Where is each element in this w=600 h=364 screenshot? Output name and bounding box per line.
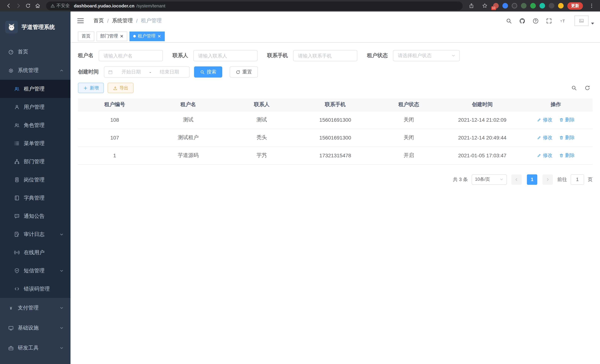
chevron-down-icon [59,306,64,310]
profile-avatar[interactable] [558,3,564,9]
delete-button[interactable]: 删除 [559,152,575,159]
prev-page-button[interactable] [511,174,522,185]
tab-label: 首页 [82,33,91,39]
sidebar-item-dept[interactable]: 部门管理 [0,152,71,171]
sidebar-item-label: 首页 [18,49,28,55]
browser-home-button[interactable] [33,1,42,10]
browser-forward-button[interactable] [13,1,23,10]
mobile-input[interactable] [293,50,357,61]
calendar-icon [108,70,113,75]
page-number-button[interactable]: 1 [527,174,537,185]
extension-icon[interactable]: 10 [493,3,499,9]
search-button[interactable]: 搜索 [194,66,222,78]
delete-button[interactable]: 删除 [559,117,575,123]
sidebar-item-notice[interactable]: 通知公告 [0,207,71,225]
tab-tenant[interactable]: 租户管理 ✕ [130,31,165,41]
back-arrow-icon [6,3,11,9]
export-button[interactable]: 导出 [108,83,134,93]
table-row: 108 测试 测试 15601691300 关闭 2021-12-14 21:0… [78,111,593,129]
bookmark-button[interactable] [480,1,489,10]
tab-home[interactable]: 首页 [78,31,94,41]
system-submenu: 租户管理 用户管理 角色管理 菜单管理 [0,80,71,298]
extension-icon[interactable] [502,3,508,9]
extension-icon[interactable] [530,3,536,9]
breadcrumb-separator: / [107,18,109,24]
browser-back-button[interactable] [4,1,13,10]
next-page-button[interactable] [543,174,553,185]
date-range-picker[interactable]: 开始日期 - 结束日期 [104,66,190,78]
close-icon[interactable]: ✕ [120,34,123,38]
toggle-search-button[interactable] [571,85,577,91]
sidebar-item-payment[interactable]: 支付管理 [0,298,71,318]
help-button[interactable] [533,18,539,24]
question-circle-icon [533,18,539,24]
cell-created: 2021-01-05 17:03:47 [445,147,519,164]
user-menu[interactable] [574,16,594,26]
edit-button[interactable]: 修改 [537,134,553,141]
security-status[interactable]: 不安全 [50,3,70,9]
fullscreen-button[interactable] [546,18,552,24]
rabbit-logo-icon [7,22,16,32]
sidebar-item-devtools[interactable]: 研发工具 [0,338,71,358]
close-icon[interactable]: ✕ [157,34,161,38]
sidebar-item-infra[interactable]: 基础设施 [0,318,71,338]
page-size-select[interactable]: 10条/页 [472,174,507,185]
extension-icon[interactable] [540,3,545,9]
sidebar-item-menu[interactable]: 菜单管理 [0,134,71,152]
reset-button[interactable]: 重置 [230,66,258,78]
sidebar-item-tenant[interactable]: 租户管理 [0,80,71,98]
github-link[interactable] [519,18,525,24]
sidebar-item-role[interactable]: 角色管理 [0,116,71,134]
reload-icon [25,3,31,9]
header-search-button[interactable] [506,18,512,24]
tab-label: 租户管理 [138,33,155,39]
cell-mobile: 15601691300 [299,129,372,147]
chevron-down-icon [59,326,64,330]
sidebar-item-error-code[interactable]: 错误码管理 [0,280,71,298]
chevron-down-icon [499,177,504,181]
breadcrumb-home[interactable]: 首页 [94,18,104,24]
breadcrumb-system[interactable]: 系统管理 [112,18,133,24]
app-logo[interactable]: 芋道管理系统 [0,11,71,43]
sidebar-item-label: 通知公告 [24,213,45,219]
date-end-placeholder: 结束日期 [153,69,186,75]
sidebar-item-online-users[interactable]: 在线用户 [0,243,71,261]
font-size-button[interactable] [559,18,567,24]
content: 租户名 联系人 联系手机 租户状态 请选择租户状态 [71,43,600,364]
share-button[interactable] [466,1,476,10]
refresh-table-button[interactable] [584,85,590,91]
add-button[interactable]: 新增 [78,83,104,93]
trash-icon [559,153,564,158]
address-bar[interactable]: 不安全 dashboard.yudao.iocoder.cn/system/te… [46,1,463,10]
browser-update-button[interactable]: 更新 [567,2,583,9]
table-row: 107 测试租户 秃头 15601691300 关闭 2021-12-14 20… [78,129,593,147]
caret-down-icon [591,23,594,25]
sidebar-item-user[interactable]: 用户管理 [0,98,71,116]
sidebar-item-audit-log[interactable]: 审计日志 [0,225,71,243]
sidebar-collapse-button[interactable] [76,17,84,25]
edit-button[interactable]: 修改 [537,117,553,123]
sidebar-item-post[interactable]: 岗位管理 [0,171,71,189]
table-row: 1 芋道源码 芋艿 17321315478 开启 2021-01-05 17:0… [78,147,593,164]
status-select[interactable]: 请选择租户状态 [393,50,460,61]
browser-menu-button[interactable] [587,1,596,10]
extension-icon[interactable] [549,3,554,9]
edit-button[interactable]: 修改 [537,152,553,159]
contact-input[interactable] [193,50,258,61]
delete-button[interactable]: 删除 [559,134,575,141]
navbar-actions [506,16,594,26]
sidebar-item-dict[interactable]: 字典管理 [0,189,71,207]
goto-page-input[interactable] [571,174,584,185]
pencil-icon [537,135,541,140]
browser-reload-button[interactable] [23,1,33,10]
reset-button-label: 重置 [242,69,252,75]
field-label: 创建时间 [78,69,99,75]
sidebar-item-system[interactable]: 系统管理 [0,61,71,80]
sidebar-item-home[interactable]: 首页 [0,43,71,61]
sidebar-item-sms[interactable]: 短信管理 [0,261,71,280]
extension-icon[interactable] [521,3,526,9]
extension-icon[interactable] [512,3,517,9]
tab-dept[interactable]: 部门管理 ✕ [96,31,127,41]
id-badge-icon [14,177,20,183]
tenant-name-input[interactable] [99,50,163,61]
